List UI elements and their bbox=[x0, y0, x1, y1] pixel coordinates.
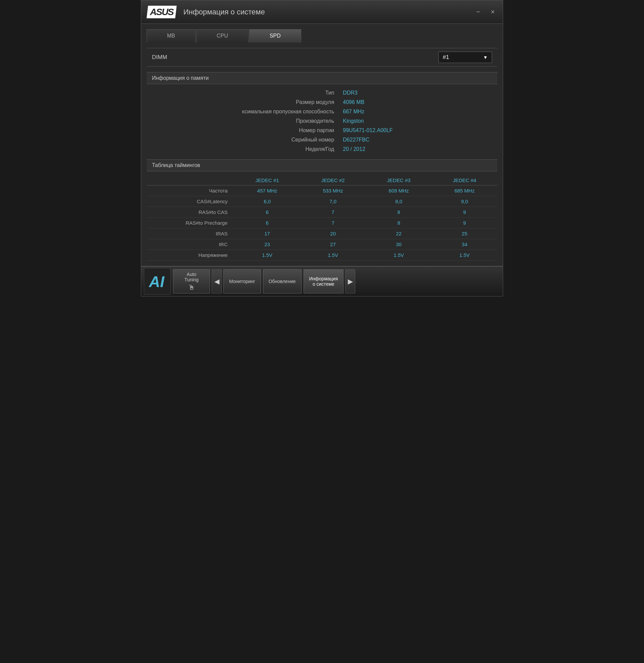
timing-cell: 9,0 bbox=[432, 196, 497, 207]
timing-cell: 9 bbox=[432, 218, 497, 228]
timing-row: RAS#to Precharge6789 bbox=[147, 218, 497, 228]
timing-cell: 1.5V bbox=[235, 250, 300, 260]
titlebar: ASUS Информация о системе − × bbox=[141, 0, 503, 24]
system-info-label: Информацияо системе bbox=[309, 276, 338, 287]
timing-cell: 8 bbox=[366, 207, 432, 218]
close-button[interactable]: × bbox=[488, 7, 497, 17]
system-info-button[interactable]: Информацияо системе bbox=[304, 269, 344, 293]
content-area: MB CPU SPD DIMM #1 ▼ Информация о памяти… bbox=[141, 24, 503, 266]
timing-row: Частота457 MHz533 MHz609 MHz685 MHz bbox=[147, 185, 497, 196]
memory-info-value: 20 / 2012 bbox=[339, 144, 497, 154]
asus-logo: ASUS bbox=[147, 6, 177, 19]
memory-info-row: Производитель Kingston bbox=[147, 116, 497, 126]
timing-cell: 22 bbox=[366, 228, 432, 239]
cursor-icon: 🖱 bbox=[188, 284, 195, 292]
update-button[interactable]: Обновление bbox=[263, 269, 302, 293]
nav-left-button[interactable]: ◀ bbox=[212, 269, 222, 293]
monitoring-button[interactable]: Мониторинг bbox=[223, 269, 261, 293]
timing-row-label: RAS#to Precharge bbox=[147, 218, 235, 228]
timing-col-jedec#3: JEDEC #3 bbox=[366, 176, 432, 185]
memory-info-row: Неделя/Год 20 / 2012 bbox=[147, 144, 497, 154]
timing-cell: 7,0 bbox=[300, 196, 366, 207]
memory-info-label: Серийный номер bbox=[147, 135, 339, 144]
timing-row-label: RAS#to CAS bbox=[147, 207, 235, 218]
timing-cell: 17 bbox=[235, 228, 300, 239]
timing-col-jedec#2: JEDEC #2 bbox=[300, 176, 366, 185]
timing-cell: 685 MHz bbox=[432, 185, 497, 196]
memory-info-row: Размер модуля 4096 MB bbox=[147, 97, 497, 107]
timing-table: JEDEC #1JEDEC #2JEDEC #3JEDEC #4 Частота… bbox=[147, 176, 497, 260]
memory-info-label: Производитель bbox=[147, 116, 339, 126]
timing-row: RAS#to CAS6789 bbox=[147, 207, 497, 218]
timing-cell: 609 MHz bbox=[366, 185, 432, 196]
timing-cell: 457 MHz bbox=[235, 185, 300, 196]
timing-row: Напряжение1.5V1.5V1.5V1.5V bbox=[147, 250, 497, 260]
tab-spd[interactable]: SPD bbox=[249, 29, 301, 43]
timing-cell: 27 bbox=[300, 239, 366, 250]
timing-cell: 7 bbox=[300, 207, 366, 218]
timing-cell: 9 bbox=[432, 207, 497, 218]
timing-cell: 6 bbox=[235, 207, 300, 218]
nav-right-button[interactable]: ▶ bbox=[345, 269, 355, 293]
main-window: ASUS Информация о системе − × MB CPU SPD… bbox=[141, 0, 503, 296]
update-label: Обновление bbox=[269, 279, 296, 284]
timing-section-header: Таблица таймингов bbox=[147, 159, 497, 172]
memory-info-table: Тип DDR3 Размер модуля 4096 MB ксимальна… bbox=[147, 88, 497, 154]
svg-text:AI: AI bbox=[149, 273, 165, 290]
minimize-button[interactable]: − bbox=[473, 7, 483, 17]
window-title: Информация о системе bbox=[183, 8, 473, 17]
memory-info-row: Номер партии 99U5471-012.A00LF bbox=[147, 126, 497, 135]
timing-cell: 34 bbox=[432, 239, 497, 250]
tab-mb[interactable]: MB bbox=[147, 29, 196, 43]
memory-info-label: Размер модуля bbox=[147, 97, 339, 107]
dimm-select[interactable]: #1 ▼ bbox=[438, 52, 492, 63]
memory-info-value: 4096 MB bbox=[339, 97, 497, 107]
timing-row-label: Напряжение bbox=[147, 250, 235, 260]
memory-info-value: Kingston bbox=[339, 116, 497, 126]
memory-info-row: Тип DDR3 bbox=[147, 88, 497, 97]
timing-cell: 533 MHz bbox=[300, 185, 366, 196]
timing-empty-col bbox=[147, 176, 235, 185]
timing-row: tRC23273034 bbox=[147, 239, 497, 250]
timing-cell: 6,0 bbox=[235, 196, 300, 207]
timing-cell: 1.5V bbox=[366, 250, 432, 260]
timing-cell: 7 bbox=[300, 218, 366, 228]
timing-row: CAS#Latency6,07,08,09,0 bbox=[147, 196, 497, 207]
auto-tuning-button[interactable]: AutoTuning 🖱 bbox=[173, 269, 210, 293]
memory-info-value: 667 MHz bbox=[339, 107, 497, 116]
tab-cpu[interactable]: CPU bbox=[196, 29, 248, 43]
memory-info-label: Номер партии bbox=[147, 126, 339, 135]
memory-info-label: Тип bbox=[147, 88, 339, 97]
ai-suite-logo: AI bbox=[144, 268, 171, 295]
memory-info-value: D6227FBC bbox=[339, 135, 497, 144]
memory-info-value: 99U5471-012.A00LF bbox=[339, 126, 497, 135]
timing-cell: 20 bbox=[300, 228, 366, 239]
timing-cell: 30 bbox=[366, 239, 432, 250]
timing-cell: 1.5V bbox=[432, 250, 497, 260]
tab-bar: MB CPU SPD bbox=[147, 29, 497, 43]
chevron-down-icon: ▼ bbox=[483, 55, 488, 60]
timing-cell: 8 bbox=[366, 218, 432, 228]
memory-info-value: DDR3 bbox=[339, 88, 497, 97]
timing-row-label: tRAS bbox=[147, 228, 235, 239]
auto-tuning-label: AutoTuning bbox=[184, 272, 199, 282]
dimm-row: DIMM #1 ▼ bbox=[147, 48, 497, 67]
timing-row-label: tRC bbox=[147, 239, 235, 250]
memory-info-row: ксимальная пропускная способность 667 MH… bbox=[147, 107, 497, 116]
monitoring-label: Мониторинг bbox=[229, 279, 255, 284]
timing-cell: 23 bbox=[235, 239, 300, 250]
timing-row: tRAS17202225 bbox=[147, 228, 497, 239]
dimm-label: DIMM bbox=[152, 54, 167, 61]
bottombar: AI AutoTuning 🖱 ◀ Мониторинг Обновление … bbox=[141, 266, 503, 296]
timing-cell: 6 bbox=[235, 218, 300, 228]
titlebar-controls: − × bbox=[473, 7, 497, 17]
memory-info-row: Серийный номер D6227FBC bbox=[147, 135, 497, 144]
memory-info-label: Неделя/Год bbox=[147, 144, 339, 154]
timing-cell: 25 bbox=[432, 228, 497, 239]
memory-section-header: Информация о памяти bbox=[147, 72, 497, 84]
timing-cell: 8,0 bbox=[366, 196, 432, 207]
timing-cell: 1.5V bbox=[300, 250, 366, 260]
timing-row-label: Частота bbox=[147, 185, 235, 196]
timing-col-jedec#1: JEDEC #1 bbox=[235, 176, 300, 185]
memory-info-label: ксимальная пропускная способность bbox=[147, 107, 339, 116]
